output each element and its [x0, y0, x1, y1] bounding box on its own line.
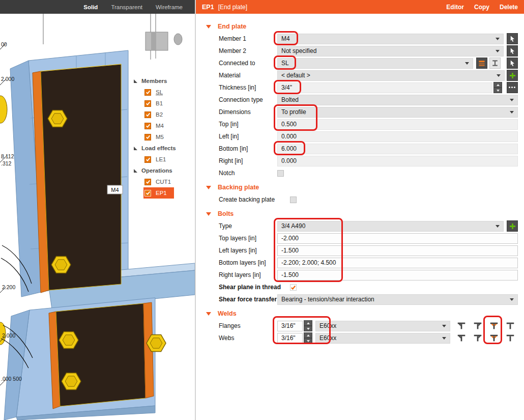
add-bolt-assembly-button[interactable]: [507, 220, 518, 232]
tree-group-label: Operations: [141, 167, 172, 174]
flanges-size-input[interactable]: 3/16": [277, 321, 303, 331]
weld-type-butt-button[interactable]: [505, 320, 516, 331]
dimensions-dropdown[interactable]: To profile: [277, 107, 518, 118]
notch-checkbox[interactable]: [277, 170, 284, 177]
expander-icon[interactable]: [134, 79, 137, 83]
flanges-electrode-dropdown[interactable]: E60xx: [315, 321, 450, 331]
tree-group-label: Load effects: [141, 145, 176, 151]
tree-item-cut1[interactable]: CUT1: [143, 176, 178, 187]
webs-label: Webs: [219, 334, 277, 342]
weld-type-both-button-selected[interactable]: [488, 320, 500, 331]
weld-type-right-button[interactable]: [472, 320, 483, 331]
thickness-input[interactable]: 3/4": [277, 82, 492, 93]
tree-group-operations[interactable]: Operations: [130, 165, 178, 176]
checkbox-checked-icon[interactable]: [144, 190, 151, 197]
member2-select-in-scene-button[interactable]: [507, 45, 518, 57]
section-welds[interactable]: Welds: [206, 307, 518, 320]
top-input[interactable]: 0.500: [277, 119, 518, 130]
tree-item-sl[interactable]: SL: [143, 87, 170, 98]
checkbox-checked-icon[interactable]: [144, 89, 151, 96]
connection-type-label: Connection type: [219, 96, 277, 103]
connected-to-select-in-scene-button[interactable]: [507, 58, 518, 69]
tree-item-m4[interactable]: M4: [143, 120, 171, 131]
thickness-more-button[interactable]: [507, 82, 518, 93]
expander-icon[interactable]: [134, 147, 137, 150]
tree-item-label: M4: [156, 123, 164, 129]
weld-type-both-button-selected[interactable]: [488, 332, 500, 344]
member1-dropdown[interactable]: M4: [277, 34, 504, 44]
tree-item-ep1-selected[interactable]: EP1: [143, 187, 174, 199]
member1-select-in-scene-button[interactable]: [507, 33, 518, 44]
section-title: End plate: [218, 23, 246, 30]
bottom-label: Bottom [in]: [219, 145, 277, 152]
checkbox-checked-icon[interactable]: [144, 123, 151, 129]
checkbox-checked-icon[interactable]: [144, 156, 151, 163]
expander-icon[interactable]: [134, 169, 137, 173]
weld-type-left-button[interactable]: [456, 320, 467, 331]
stepper-down-icon[interactable]: [304, 338, 312, 344]
material-dropdown[interactable]: < default >: [277, 70, 505, 81]
bottom-input[interactable]: 6.000: [277, 144, 518, 154]
create-backing-plate-checkbox[interactable]: [290, 197, 297, 203]
weld-fillet-right-icon: [473, 333, 483, 343]
section-collapse-icon[interactable]: [206, 186, 211, 189]
row-shear-transfer: Shear force transfer Bearing - tension/s…: [219, 293, 518, 305]
section-bolts[interactable]: Bolts: [206, 208, 518, 220]
tree-group-label: Members: [141, 78, 167, 84]
stepper-down-icon[interactable]: [493, 88, 502, 93]
section-backing-plate[interactable]: Backing plate: [206, 181, 518, 193]
tree-group-members[interactable]: Members: [130, 75, 178, 87]
left-input[interactable]: 0.000: [277, 131, 518, 142]
row-bottom-layers: Bottom layers [in] -2.200; 2.000; 4.500: [219, 257, 518, 269]
copy-button[interactable]: Copy: [474, 4, 489, 11]
weld-type-butt-button[interactable]: [505, 332, 516, 344]
add-material-button[interactable]: [507, 70, 518, 81]
operation-id: EP1: [202, 4, 214, 11]
render-mode-transparent[interactable]: Transparent: [111, 4, 142, 10]
section-end-plate[interactable]: End plate: [206, 20, 518, 33]
section-collapse-icon[interactable]: [206, 212, 211, 216]
editor-button[interactable]: Editor: [446, 4, 464, 11]
right-input[interactable]: 0.000: [277, 156, 518, 166]
tree-item-label: CUT1: [156, 179, 171, 185]
tree-item-le1[interactable]: LE1: [143, 154, 173, 165]
connected-to-dropdown[interactable]: SL: [277, 58, 473, 69]
webs-electrode-dropdown[interactable]: E60xx: [315, 333, 450, 344]
stepper-down-icon[interactable]: [304, 326, 312, 331]
render-mode-solid[interactable]: Solid: [83, 4, 98, 10]
bottom-layers-input[interactable]: -2.200; 2.000; 4.500: [277, 258, 518, 268]
delete-button[interactable]: Delete: [500, 4, 518, 11]
connection-type-dropdown[interactable]: Bolted: [277, 95, 518, 105]
plate-orientation-edge-button[interactable]: [489, 58, 501, 69]
right-layers-input[interactable]: -1.500: [277, 270, 518, 281]
checkbox-checked-icon[interactable]: [144, 134, 151, 141]
weld-type-right-button[interactable]: [472, 332, 483, 344]
checkbox-checked-icon[interactable]: [144, 100, 151, 107]
weld-type-left-button[interactable]: [456, 332, 467, 344]
shear-transfer-dropdown[interactable]: Bearing - tension/shear interaction: [277, 294, 518, 305]
section-title: Backing plate: [218, 184, 259, 191]
section-collapse-icon[interactable]: [206, 25, 211, 29]
stepper-up-icon[interactable]: [493, 82, 502, 88]
model-tree: Members SL B1 B2 M4: [130, 75, 178, 199]
checkbox-checked-icon[interactable]: [144, 179, 151, 185]
tree-item-m5[interactable]: M5: [143, 131, 171, 143]
webs-size-input[interactable]: 3/16": [277, 333, 303, 344]
right-layers-label: Right layers [in]: [219, 271, 277, 278]
checkbox-checked-icon[interactable]: [144, 111, 151, 118]
shear-plane-checkbox[interactable]: [290, 284, 297, 291]
bolt-type-dropdown[interactable]: 3/4 A490: [277, 221, 504, 232]
stepper-up-icon[interactable]: [304, 332, 312, 338]
top-layers-input[interactable]: -2.000: [277, 233, 518, 244]
tree-item-b2[interactable]: B2: [143, 109, 170, 120]
plate-orientation-flat-button[interactable]: [476, 58, 487, 69]
section-collapse-icon[interactable]: [206, 312, 211, 316]
tree-group-load-effects[interactable]: Load effects: [130, 143, 178, 154]
left-layers-label: Left layers [in]: [219, 247, 277, 254]
tree-item-b1[interactable]: B1: [143, 98, 170, 109]
left-layers-input[interactable]: -1.500: [277, 245, 518, 256]
3d-canvas[interactable]: 00 2.000 8.112 .312 2.200 2.000 .000 500…: [0, 14, 195, 420]
render-mode-wireframe[interactable]: Wireframe: [156, 4, 183, 10]
member2-dropdown[interactable]: Not specified: [277, 46, 504, 57]
stepper-up-icon[interactable]: [304, 320, 312, 326]
